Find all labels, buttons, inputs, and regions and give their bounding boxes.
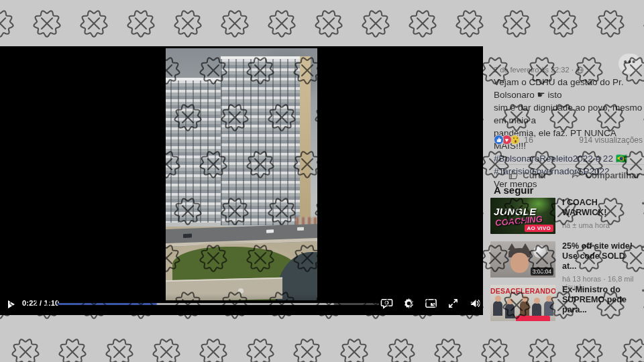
video-car bbox=[183, 234, 192, 238]
video-thumbnail[interactable]: 3:00:04 bbox=[490, 241, 555, 278]
reaction-count: 16 bbox=[524, 135, 533, 145]
item-menu-icon[interactable]: • bbox=[641, 198, 644, 208]
video-meta: há ± uma hora bbox=[562, 221, 635, 229]
video-car bbox=[297, 227, 304, 231]
live-badge bbox=[516, 316, 550, 321]
volume-icon[interactable] bbox=[469, 297, 482, 310]
time-display: 0:22 / 1:10 bbox=[22, 299, 59, 307]
item-menu-icon[interactable]: • bbox=[641, 242, 644, 252]
video-thumbnail[interactable]: DESACELERANDO bbox=[490, 285, 555, 321]
like-button[interactable]: Curtir bbox=[488, 166, 566, 184]
settings-gear-icon[interactable] bbox=[402, 297, 415, 310]
video-detail bbox=[238, 288, 244, 294]
video-building-left bbox=[166, 78, 225, 223]
item-menu-icon[interactable]: • bbox=[641, 286, 644, 296]
video-title: Ex-Ministro do SUPREMO pede para... bbox=[562, 285, 635, 315]
share-icon bbox=[571, 170, 582, 180]
video-player: 0:22 / 1:10 bbox=[0, 46, 483, 315]
thumbs-up-icon bbox=[508, 170, 519, 180]
like-reaction-icon bbox=[494, 135, 504, 145]
up-next-item[interactable]: DESACELERANDO Ex-Ministro do SUPREMO ped… bbox=[490, 285, 644, 322]
ellipsis-icon: ••• bbox=[624, 56, 637, 67]
post-line: Vejam o CDHU da gestão do Pr. Bolsonaro … bbox=[494, 76, 644, 101]
video-car bbox=[266, 229, 274, 233]
video-title: I COACH WARWICK! bbox=[562, 198, 635, 218]
video-building-main bbox=[221, 56, 301, 225]
video-frame[interactable] bbox=[166, 48, 317, 300]
duration-badge: 3:00:04 bbox=[531, 267, 553, 276]
globe-icon bbox=[576, 66, 584, 74]
hashtag-link[interactable]: #BolsonaroReeleito2022 é 22 🇧🇷 bbox=[494, 152, 644, 165]
progress-played bbox=[57, 303, 157, 305]
comments-icon[interactable] bbox=[380, 297, 393, 310]
video-title: 25% off site wide! Use code SOLD at... bbox=[562, 241, 635, 272]
post-sidebar: ••• 2 de fevereiro às 22:32 · Vejam o CD… bbox=[488, 46, 644, 362]
progress-bar[interactable] bbox=[57, 303, 379, 305]
up-next-item[interactable]: JUNGLE COACHING AO VIVO I COACH WARWICK!… bbox=[490, 198, 644, 235]
divider bbox=[492, 164, 644, 165]
player-controls: 0:22 / 1:10 bbox=[0, 294, 483, 315]
pip-icon[interactable] bbox=[425, 297, 437, 310]
view-count: 914 visualizações bbox=[579, 135, 643, 145]
post-line: sim é dar dignidade ao povo, mesmo em me… bbox=[494, 101, 644, 127]
post-timestamp[interactable]: 2 de fevereiro às 22:32 · bbox=[494, 66, 584, 74]
reactions-row[interactable]: ♥ 16 914 visualizações bbox=[494, 135, 643, 145]
action-buttons: Curtir Compartilhar bbox=[488, 166, 644, 184]
video-road bbox=[166, 224, 317, 247]
up-next-header: A seguir bbox=[494, 184, 533, 196]
fullscreen-icon[interactable] bbox=[447, 297, 460, 310]
up-next-item[interactable]: 3:00:04 25% off site wide! Use code SOLD… bbox=[490, 241, 644, 278]
video-thumbnail[interactable]: JUNGLE COACHING AO VIVO bbox=[490, 198, 555, 234]
video-ground bbox=[166, 227, 317, 300]
live-badge: AO VIVO bbox=[525, 225, 553, 232]
share-button[interactable]: Compartilhar bbox=[566, 166, 644, 184]
play-icon[interactable] bbox=[8, 300, 15, 308]
post-menu-button[interactable]: ••• bbox=[619, 54, 641, 74]
